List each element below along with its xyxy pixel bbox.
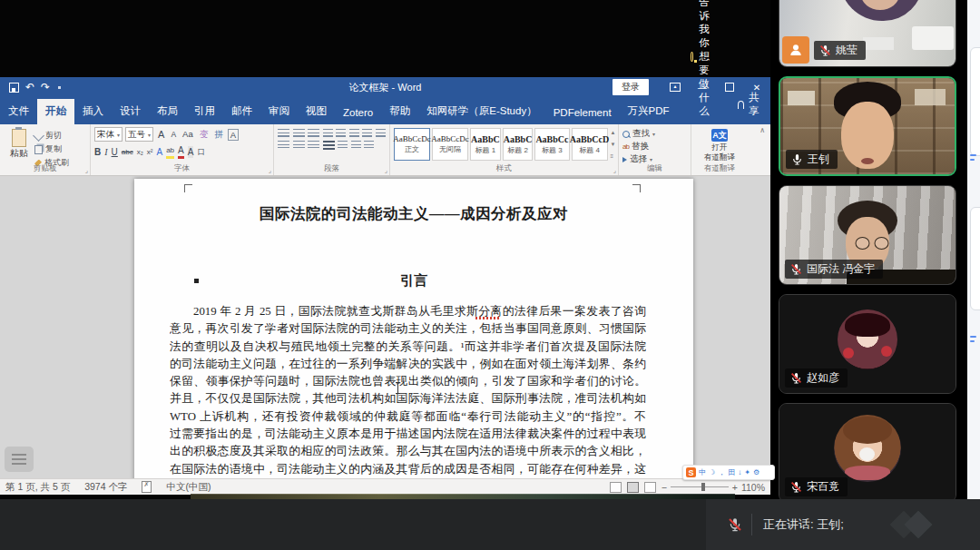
shrink-font-button[interactable]: A	[169, 128, 178, 141]
line-spacing-button[interactable]	[338, 141, 348, 151]
borders-button[interactable]	[364, 141, 374, 151]
align-center-button[interactable]	[293, 141, 305, 151]
document-area[interactable]: 国际法院的司法能动主义——成因分析及应对 引言 2019 年 2 月 25 日，…	[0, 176, 770, 478]
clipboard-dialog-launcher[interactable]: ⌟	[85, 167, 88, 174]
zoom-in-button[interactable]: +	[732, 482, 738, 493]
multilevel-list-button[interactable]	[308, 129, 319, 139]
fullwidth-icon[interactable]: ☽	[709, 467, 715, 477]
align-right-button[interactable]	[308, 141, 319, 151]
web-layout-button[interactable]	[644, 482, 656, 493]
share-button[interactable]: 共享	[725, 85, 775, 124]
find-button[interactable]: 查找▾	[622, 128, 687, 140]
font-name-combo[interactable]: 宋体▾	[94, 127, 122, 142]
font-dialog-launcher[interactable]: ⌟	[269, 167, 271, 174]
participant-tile[interactable]: 王钊	[779, 76, 956, 176]
sogou-logo-icon[interactable]: S	[686, 467, 696, 477]
language-indicator[interactable]: 中文(中国)	[166, 481, 211, 494]
settings-icon[interactable]: ⚙	[753, 467, 760, 477]
text-effects-button[interactable]: A	[157, 146, 163, 158]
change-case-button[interactable]: Aa	[181, 128, 195, 141]
zoom-slider-thumb[interactable]	[701, 483, 705, 491]
show-marks-button[interactable]	[376, 129, 386, 139]
sogou-ime-toolbar[interactable]: S 中 ☽ ， 田 ↓ ✦ ⚙	[682, 465, 775, 480]
style-normal[interactable]: AaBbCcDc 正文	[394, 128, 430, 161]
decrease-indent-button[interactable]	[323, 129, 333, 139]
paragraph-dialog-launcher[interactable]: ⌟	[385, 167, 387, 174]
host-badge-icon	[782, 36, 809, 64]
strikethrough-button[interactable]: abc	[122, 146, 133, 158]
punctuation-icon[interactable]: ，	[718, 467, 725, 477]
copy-button[interactable]: 复制	[34, 143, 69, 155]
tab-file[interactable]: 文件	[0, 99, 37, 124]
participant-tile[interactable]: 宋百竟	[779, 403, 956, 503]
numbering-button[interactable]	[293, 129, 305, 139]
youdao-open-button[interactable]: 打开 有道翻译	[704, 142, 735, 162]
style-heading2[interactable]: AaBbC 标题 2	[503, 128, 534, 161]
print-layout-button[interactable]	[627, 482, 639, 493]
voice-input-icon[interactable]: ↓	[738, 467, 741, 477]
justify-button[interactable]	[323, 141, 335, 151]
grow-font-button[interactable]: A	[156, 128, 166, 141]
paragraph-shading-button[interactable]	[351, 141, 361, 151]
enclose-character-button[interactable]: 囗	[197, 146, 204, 158]
tab-pdfelement[interactable]: PDFelement	[545, 102, 620, 124]
navigation-float-button[interactable]	[5, 447, 34, 472]
virtual-keyboard-icon[interactable]: 田	[728, 467, 735, 477]
style-heading3[interactable]: AaBbCc 标题 3	[534, 128, 569, 161]
tell-me-search[interactable]: 告诉我你想要做什么	[681, 0, 726, 124]
tab-wondershare-pdf[interactable]: 万兴PDF	[620, 99, 678, 124]
styles-dialog-launcher[interactable]: ⌟	[613, 167, 616, 174]
word-titlebar[interactable]: ↶ ↷ 论文框架 - Word 登录 ▴ — ✕	[0, 77, 770, 97]
zoom-level[interactable]: 110%	[741, 482, 765, 493]
read-mode-button[interactable]	[610, 482, 622, 493]
underline-button[interactable]: U	[112, 146, 118, 158]
tab-help[interactable]: 帮助	[381, 99, 418, 124]
toolbox-icon[interactable]: ✦	[744, 467, 750, 477]
increase-indent-button[interactable]	[336, 129, 346, 139]
sort-button[interactable]	[362, 129, 372, 139]
shading-button[interactable]: A	[188, 146, 194, 158]
bold-button[interactable]: B	[94, 146, 101, 158]
document-page[interactable]: 国际法院的司法能动主义——成因分析及应对 引言 2019 年 2 月 25 日，…	[134, 179, 693, 478]
tab-zotero[interactable]: Zotero	[335, 102, 381, 124]
italic-button[interactable]: I	[104, 146, 107, 158]
proofing-status-icon[interactable]	[142, 481, 152, 493]
superscript-button[interactable]: x²	[147, 146, 153, 158]
word-count[interactable]: 3974 个字	[84, 481, 127, 494]
collapse-ribbon-icon[interactable]: ∧	[754, 124, 770, 136]
style-heading1[interactable]: AaBbC 标题 1	[470, 128, 501, 161]
tab-insert[interactable]: 插入	[74, 99, 112, 124]
style-no-spacing[interactable]: AaBbCcDc 无间隔	[432, 128, 468, 161]
tab-cnki[interactable]: 知网研学（原E-Study）	[418, 99, 544, 124]
participants-panel[interactable]: 姚莹 王钊	[770, 0, 980, 550]
zoom-slider[interactable]	[671, 486, 729, 487]
replace-button[interactable]: ab替换	[622, 141, 687, 152]
cut-button[interactable]: 剪切	[34, 130, 69, 142]
participant-tile[interactable]: 姚莹	[779, 0, 956, 67]
subscript-button[interactable]: x₂	[137, 146, 143, 158]
character-border-button[interactable]: A	[228, 129, 239, 141]
font-size-combo[interactable]: 五号▾	[125, 127, 153, 142]
participant-tile[interactable]: 赵如彦	[779, 294, 956, 394]
page-indicator[interactable]: 第 1 页, 共 5 页	[5, 481, 70, 494]
tab-layout[interactable]: 布局	[149, 99, 186, 124]
phonetic-guide-button[interactable]: 拼	[212, 128, 225, 141]
zoom-out-button[interactable]: −	[662, 482, 667, 493]
tab-references[interactable]: 引用	[186, 99, 223, 124]
bullets-button[interactable]	[278, 129, 289, 139]
styles-gallery-scroll[interactable]: ▲▼≡	[610, 128, 617, 161]
asian-layout-button[interactable]	[349, 129, 359, 139]
highlight-button[interactable]: ab	[166, 144, 174, 159]
align-left-button[interactable]	[278, 141, 289, 151]
font-color-button[interactable]: A	[178, 144, 184, 159]
tab-review[interactable]: 审阅	[260, 99, 298, 124]
clear-format-button[interactable]: 变	[198, 128, 211, 141]
style-heading4[interactable]: AaBbCcD 标题 4	[572, 128, 608, 161]
participant-tile[interactable]: 国际法 冯金宇	[779, 185, 956, 285]
tab-mailings[interactable]: 邮件	[223, 99, 260, 124]
tab-design[interactable]: 设计	[112, 99, 149, 124]
tab-home[interactable]: 开始	[37, 99, 74, 124]
tab-view[interactable]: 视图	[298, 99, 335, 124]
mic-muted-icon[interactable]	[728, 517, 742, 532]
chinese-mode-icon[interactable]: 中	[699, 467, 706, 477]
